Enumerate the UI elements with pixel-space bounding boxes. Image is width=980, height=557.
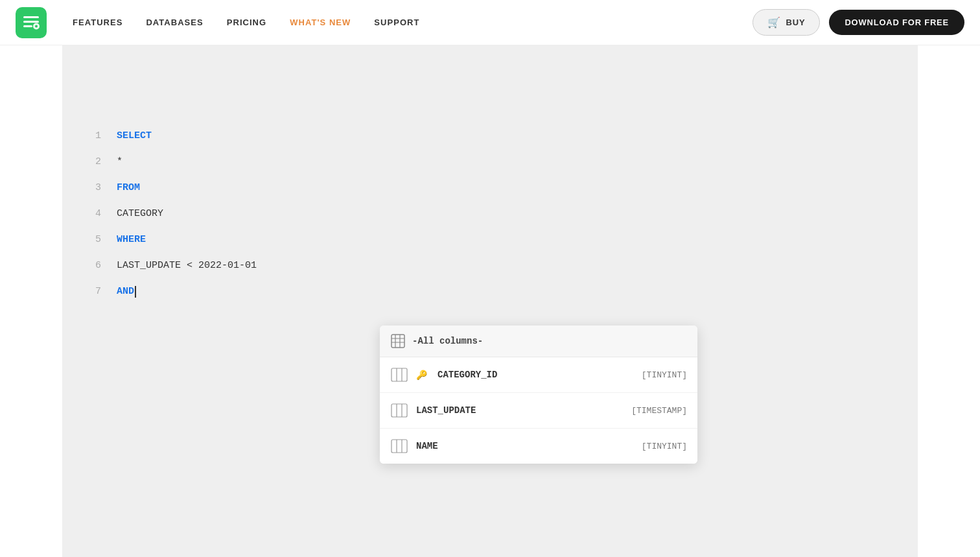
text-cursor xyxy=(135,286,136,298)
autocomplete-dropdown: -All columns- 🔑 CATEGORY_ID [TINYINT] LA… xyxy=(380,326,697,464)
autocomplete-row-1[interactable]: LAST_UPDATE [TIMESTAMP] xyxy=(380,393,697,429)
line-num-3: 3 xyxy=(88,175,101,201)
svg-rect-0 xyxy=(23,16,39,18)
code-line-6: LAST_UPDATE < 2022-01-01 xyxy=(117,253,257,279)
svg-rect-10 xyxy=(391,368,407,381)
keyword-where: WHERE xyxy=(117,227,146,253)
svg-rect-13 xyxy=(391,404,407,417)
code-category: CATEGORY xyxy=(117,201,163,227)
buy-label: BUY xyxy=(786,18,806,27)
col-name-0: CATEGORY_ID xyxy=(438,370,634,380)
navbar: FEATURES DATABASES PRICING WHAT'S NEW SU… xyxy=(0,0,980,45)
column-icon-1 xyxy=(390,401,408,420)
editor-area: 1 2 3 4 5 6 7 SELECT * FROM CATEGORY WHE… xyxy=(62,45,918,344)
column-icon-0 xyxy=(390,366,408,384)
keyword-select: SELECT xyxy=(117,123,152,149)
nav-whats-new[interactable]: WHAT'S NEW xyxy=(290,18,351,27)
nav-links: FEATURES DATABASES PRICING WHAT'S NEW SU… xyxy=(73,18,752,27)
buy-button[interactable]: 🛒 BUY xyxy=(752,9,821,36)
table-icon xyxy=(390,333,406,349)
keyword-from: FROM xyxy=(117,175,140,201)
autocomplete-row-2[interactable]: NAME [TINYINT] xyxy=(380,429,697,464)
svg-rect-16 xyxy=(391,440,407,453)
line-num-2: 2 xyxy=(88,149,101,175)
line-num-5: 5 xyxy=(88,227,101,253)
code-condition: LAST_UPDATE < 2022-01-01 xyxy=(117,253,257,279)
autocomplete-header-text: -All columns- xyxy=(412,336,483,346)
code-line-3: FROM xyxy=(117,175,257,201)
svg-rect-1 xyxy=(23,21,39,23)
key-icon-0: 🔑 xyxy=(416,370,427,380)
autocomplete-header: -All columns- xyxy=(380,326,697,357)
code-line-1: SELECT xyxy=(117,123,257,149)
code-line-4: CATEGORY xyxy=(117,201,257,227)
main-area: 1 2 3 4 5 6 7 SELECT * FROM CATEGORY WHE… xyxy=(62,45,918,557)
nav-features[interactable]: FEATURES xyxy=(73,18,122,27)
line-num-1: 1 xyxy=(88,123,101,149)
nav-pricing[interactable]: PRICING xyxy=(227,18,266,27)
download-button[interactable]: DOWNLOAD FOR FREE xyxy=(829,10,964,35)
svg-point-4 xyxy=(35,25,38,27)
code-star: * xyxy=(117,149,122,175)
nav-databases[interactable]: DATABASES xyxy=(146,18,203,27)
logo[interactable] xyxy=(16,7,47,38)
line-num-4: 4 xyxy=(88,201,101,227)
col-type-0: [TINYINT] xyxy=(642,370,687,380)
column-icon-2 xyxy=(390,437,408,455)
col-name-1: LAST_UPDATE xyxy=(416,405,624,416)
code-line-2: * xyxy=(117,149,257,175)
nav-support[interactable]: SUPPORT xyxy=(374,18,419,27)
line-num-6: 6 xyxy=(88,253,101,279)
svg-rect-2 xyxy=(23,25,32,27)
keyword-and: AND xyxy=(117,279,134,305)
logo-icon xyxy=(22,12,40,33)
code-block[interactable]: SELECT * FROM CATEGORY WHERE LAST_UPDATE… xyxy=(117,123,257,305)
line-numbers: 1 2 3 4 5 6 7 xyxy=(88,123,101,305)
code-line-7: AND xyxy=(117,279,257,305)
col-type-1: [TIMESTAMP] xyxy=(631,406,687,416)
line-num-7: 7 xyxy=(88,279,101,305)
col-type-2: [TINYINT] xyxy=(642,442,687,451)
code-line-5: WHERE xyxy=(117,227,257,253)
col-name-2: NAME xyxy=(416,441,634,451)
svg-rect-5 xyxy=(391,335,404,348)
cart-icon: 🛒 xyxy=(767,16,781,29)
autocomplete-row-0[interactable]: 🔑 CATEGORY_ID [TINYINT] xyxy=(380,357,697,393)
nav-right: 🛒 BUY DOWNLOAD FOR FREE xyxy=(752,9,964,36)
